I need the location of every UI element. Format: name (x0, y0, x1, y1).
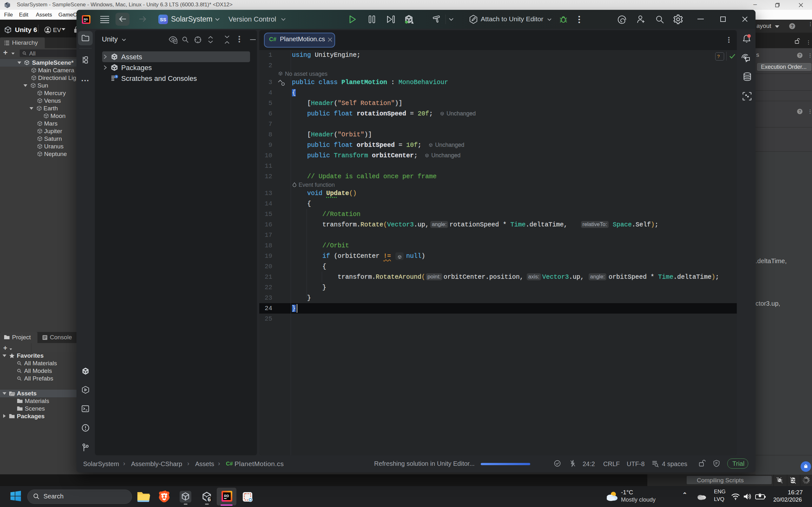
svg-text:?: ? (798, 53, 801, 58)
svg-text:RD: RD (84, 18, 88, 21)
svg-text:SS: SS (160, 17, 166, 22)
svg-text:6: 6 (207, 496, 211, 503)
svg-text:?: ? (791, 24, 794, 29)
svg-text:RD: RD (224, 494, 229, 498)
svg-text:?: ? (798, 109, 801, 114)
